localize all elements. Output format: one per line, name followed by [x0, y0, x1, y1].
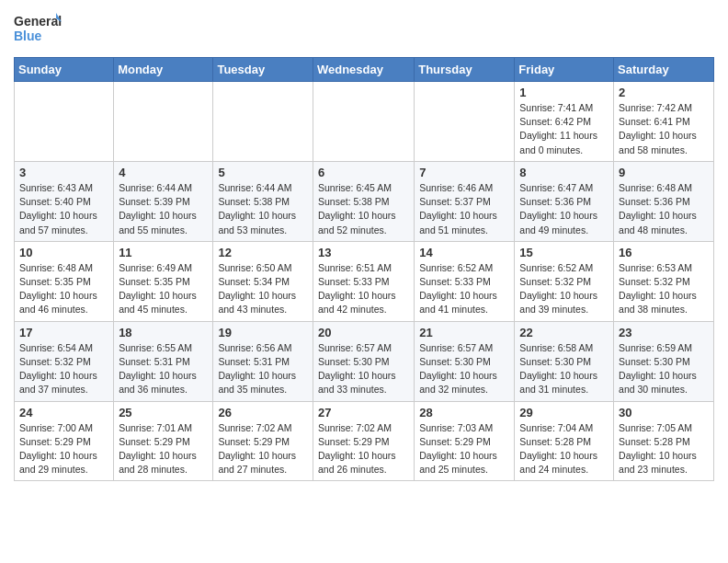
day-info: Sunrise: 6:46 AMSunset: 5:37 PMDaylight:…	[419, 181, 509, 237]
day-number: 21	[419, 326, 509, 339]
calendar-cell: 2Sunrise: 7:42 AMSunset: 6:41 PMDaylight…	[614, 82, 714, 162]
day-number: 23	[619, 326, 709, 339]
svg-text:General: General	[14, 14, 62, 29]
week-row-1: 1Sunrise: 7:41 AMSunset: 6:42 PMDaylight…	[15, 82, 714, 162]
day-info: Sunrise: 6:55 AMSunset: 5:31 PMDaylight:…	[119, 341, 208, 397]
day-number: 27	[318, 406, 409, 419]
day-info: Sunrise: 6:48 AMSunset: 5:35 PMDaylight:…	[19, 261, 108, 317]
day-number: 12	[218, 246, 308, 259]
day-number: 1	[519, 86, 609, 99]
day-info: Sunrise: 6:50 AMSunset: 5:34 PMDaylight:…	[218, 261, 308, 317]
day-info: Sunrise: 6:49 AMSunset: 5:35 PMDaylight:…	[119, 261, 208, 317]
day-number: 29	[519, 406, 609, 419]
day-info: Sunrise: 7:03 AMSunset: 5:29 PMDaylight:…	[419, 421, 509, 477]
calendar-cell: 29Sunrise: 7:04 AMSunset: 5:28 PMDayligh…	[515, 401, 614, 481]
day-number: 5	[218, 166, 308, 179]
day-number: 8	[519, 166, 609, 179]
day-info: Sunrise: 6:53 AMSunset: 5:32 PMDaylight:…	[619, 261, 709, 317]
day-number: 3	[19, 166, 108, 179]
calendar-cell: 9Sunrise: 6:48 AMSunset: 5:36 PMDaylight…	[614, 161, 714, 241]
column-header-friday: Friday	[515, 58, 614, 82]
day-number: 19	[218, 326, 308, 339]
day-info: Sunrise: 6:59 AMSunset: 5:30 PMDaylight:…	[619, 341, 709, 397]
column-header-saturday: Saturday	[614, 58, 714, 82]
week-row-3: 10Sunrise: 6:48 AMSunset: 5:35 PMDayligh…	[15, 241, 714, 321]
day-info: Sunrise: 6:44 AMSunset: 5:39 PMDaylight:…	[119, 181, 208, 237]
calendar-cell: 26Sunrise: 7:02 AMSunset: 5:29 PMDayligh…	[213, 401, 313, 481]
logo: General Blue	[14, 9, 62, 50]
calendar-cell: 4Sunrise: 6:44 AMSunset: 5:39 PMDaylight…	[114, 161, 213, 241]
day-number: 14	[419, 246, 509, 259]
day-number: 11	[119, 246, 208, 259]
calendar-cell	[213, 82, 313, 162]
calendar-cell: 1Sunrise: 7:41 AMSunset: 6:42 PMDaylight…	[515, 82, 614, 162]
day-info: Sunrise: 6:57 AMSunset: 5:30 PMDaylight:…	[419, 341, 509, 397]
day-info: Sunrise: 7:42 AMSunset: 6:41 PMDaylight:…	[619, 101, 709, 157]
day-number: 18	[119, 326, 208, 339]
calendar-cell: 14Sunrise: 6:52 AMSunset: 5:33 PMDayligh…	[415, 241, 515, 321]
day-info: Sunrise: 7:00 AMSunset: 5:29 PMDaylight:…	[19, 421, 108, 477]
calendar-cell: 13Sunrise: 6:51 AMSunset: 5:33 PMDayligh…	[313, 241, 414, 321]
calendar-cell	[415, 82, 515, 162]
day-number: 28	[419, 406, 509, 419]
calendar-table: SundayMondayTuesdayWednesdayThursdayFrid…	[14, 57, 714, 481]
column-header-monday: Monday	[114, 58, 213, 82]
calendar-cell: 19Sunrise: 6:56 AMSunset: 5:31 PMDayligh…	[213, 321, 313, 401]
calendar-cell: 11Sunrise: 6:49 AMSunset: 5:35 PMDayligh…	[114, 241, 213, 321]
calendar-cell: 10Sunrise: 6:48 AMSunset: 5:35 PMDayligh…	[15, 241, 114, 321]
day-info: Sunrise: 6:58 AMSunset: 5:30 PMDaylight:…	[519, 341, 609, 397]
day-number: 25	[119, 406, 208, 419]
calendar-cell: 16Sunrise: 6:53 AMSunset: 5:32 PMDayligh…	[614, 241, 714, 321]
calendar-cell: 18Sunrise: 6:55 AMSunset: 5:31 PMDayligh…	[114, 321, 213, 401]
header: General Blue	[14, 9, 714, 50]
calendar-cell: 20Sunrise: 6:57 AMSunset: 5:30 PMDayligh…	[313, 321, 414, 401]
day-number: 7	[419, 166, 509, 179]
day-info: Sunrise: 6:52 AMSunset: 5:32 PMDaylight:…	[519, 261, 609, 317]
calendar-cell: 22Sunrise: 6:58 AMSunset: 5:30 PMDayligh…	[515, 321, 614, 401]
day-info: Sunrise: 7:01 AMSunset: 5:29 PMDaylight:…	[119, 421, 208, 477]
day-info: Sunrise: 7:05 AMSunset: 5:28 PMDaylight:…	[619, 421, 709, 477]
day-number: 9	[619, 166, 709, 179]
calendar-cell: 28Sunrise: 7:03 AMSunset: 5:29 PMDayligh…	[415, 401, 515, 481]
calendar-cell: 7Sunrise: 6:46 AMSunset: 5:37 PMDaylight…	[415, 161, 515, 241]
calendar-cell	[114, 82, 213, 162]
day-info: Sunrise: 7:04 AMSunset: 5:28 PMDaylight:…	[519, 421, 609, 477]
column-header-thursday: Thursday	[415, 58, 515, 82]
week-row-5: 24Sunrise: 7:00 AMSunset: 5:29 PMDayligh…	[15, 401, 714, 481]
calendar-cell: 24Sunrise: 7:00 AMSunset: 5:29 PMDayligh…	[15, 401, 114, 481]
calendar-cell	[15, 82, 114, 162]
day-number: 15	[519, 246, 609, 259]
day-info: Sunrise: 6:56 AMSunset: 5:31 PMDaylight:…	[218, 341, 308, 397]
day-number: 20	[318, 326, 409, 339]
day-number: 16	[619, 246, 709, 259]
calendar-cell	[313, 82, 414, 162]
day-info: Sunrise: 7:41 AMSunset: 6:42 PMDaylight:…	[519, 101, 609, 157]
day-number: 17	[19, 326, 108, 339]
calendar-cell: 30Sunrise: 7:05 AMSunset: 5:28 PMDayligh…	[614, 401, 714, 481]
calendar-cell: 17Sunrise: 6:54 AMSunset: 5:32 PMDayligh…	[15, 321, 114, 401]
day-number: 10	[19, 246, 108, 259]
calendar-cell: 12Sunrise: 6:50 AMSunset: 5:34 PMDayligh…	[213, 241, 313, 321]
page: General Blue SundayMondayTuesdayWednesda…	[0, 0, 728, 490]
column-header-tuesday: Tuesday	[213, 58, 313, 82]
day-info: Sunrise: 6:52 AMSunset: 5:33 PMDaylight:…	[419, 261, 509, 317]
calendar-cell: 23Sunrise: 6:59 AMSunset: 5:30 PMDayligh…	[614, 321, 714, 401]
calendar-cell: 8Sunrise: 6:47 AMSunset: 5:36 PMDaylight…	[515, 161, 614, 241]
week-row-4: 17Sunrise: 6:54 AMSunset: 5:32 PMDayligh…	[15, 321, 714, 401]
day-info: Sunrise: 6:57 AMSunset: 5:30 PMDaylight:…	[318, 341, 409, 397]
logo-icon: General Blue	[14, 9, 62, 50]
day-info: Sunrise: 6:45 AMSunset: 5:38 PMDaylight:…	[318, 181, 409, 237]
column-header-wednesday: Wednesday	[313, 58, 414, 82]
day-info: Sunrise: 6:48 AMSunset: 5:36 PMDaylight:…	[619, 181, 709, 237]
day-number: 13	[318, 246, 409, 259]
day-number: 4	[119, 166, 208, 179]
week-row-2: 3Sunrise: 6:43 AMSunset: 5:40 PMDaylight…	[15, 161, 714, 241]
column-header-sunday: Sunday	[15, 58, 114, 82]
day-info: Sunrise: 6:44 AMSunset: 5:38 PMDaylight:…	[218, 181, 308, 237]
calendar-cell: 5Sunrise: 6:44 AMSunset: 5:38 PMDaylight…	[213, 161, 313, 241]
calendar-cell: 6Sunrise: 6:45 AMSunset: 5:38 PMDaylight…	[313, 161, 414, 241]
day-info: Sunrise: 6:47 AMSunset: 5:36 PMDaylight:…	[519, 181, 609, 237]
day-info: Sunrise: 7:02 AMSunset: 5:29 PMDaylight:…	[218, 421, 308, 477]
day-info: Sunrise: 7:02 AMSunset: 5:29 PMDaylight:…	[318, 421, 409, 477]
svg-text:Blue: Blue	[14, 29, 42, 43]
